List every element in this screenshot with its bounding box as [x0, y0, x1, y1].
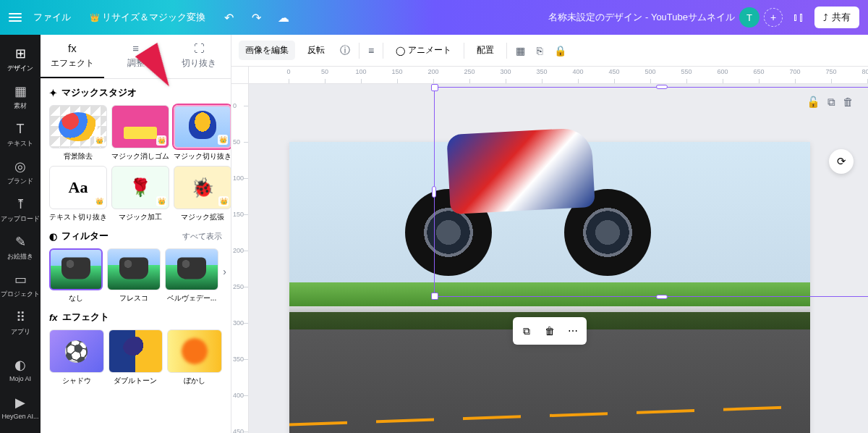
- design-page[interactable]: ⟲ ⧉ 🗑 ⋯: [289, 142, 810, 433]
- magic-tile-3[interactable]: 👑テキスト切り抜き: [49, 166, 107, 222]
- document-title[interactable]: 名称未設定のデザイン - YouTubeサムネイル: [548, 11, 735, 24]
- resize-magic-button[interactable]: リサイズ＆マジック変換: [82, 7, 213, 28]
- duplicate-icon[interactable]: ⧉: [516, 320, 537, 342]
- resize-handle[interactable]: [431, 84, 438, 91]
- crop-icon: ⛶: [194, 42, 205, 54]
- fx-icon: fx: [68, 42, 77, 54]
- crown-badge-icon: 👑: [156, 196, 166, 206]
- user-avatar[interactable]: T: [739, 7, 760, 28]
- cloud-sync-icon[interactable]: ☁: [272, 6, 295, 29]
- rail-item-9[interactable]: ▶HeyGen AI...: [0, 388, 41, 426]
- canvas-area: 画像を編集 反転 ⓘ ≡ ◯アニメート 配置 ▦ ⎘ 🔒 05010015020…: [231, 35, 868, 433]
- lock-icon[interactable]: 🔒: [551, 42, 569, 59]
- section-effects: fxエフェクト: [49, 311, 222, 324]
- floating-toolbar: ⧉ 🗑 ⋯: [513, 317, 587, 345]
- circle-half-icon: ◐: [49, 231, 57, 242]
- effects-panel: fxエフェクト ≡調整 ⛶切り抜き ✦マジックスタジオ 👑背景除去👑マジック消し…: [41, 35, 231, 433]
- magic-tile-0[interactable]: 👑背景除去: [49, 105, 107, 161]
- rail-icon: ◐: [14, 357, 26, 373]
- more-icon[interactable]: ⋯: [562, 320, 584, 342]
- list-icon[interactable]: ≡: [365, 42, 377, 59]
- crown-badge-icon: 👑: [156, 135, 166, 146]
- top-bar: ファイル リサイズ＆マジック変換 ↶ ↷ ☁ 名称未設定のデザイン - YouT…: [0, 0, 868, 35]
- add-member-button[interactable]: +: [764, 8, 783, 27]
- trash-icon[interactable]: 🗑: [539, 320, 561, 342]
- magic-tile-4[interactable]: 👑マジック加工: [111, 166, 169, 222]
- rail-item-0[interactable]: ⊞デザイン: [0, 41, 41, 78]
- rail-item-8[interactable]: ◐Mojo AI: [0, 350, 41, 388]
- share-button[interactable]: ⤴共有: [814, 7, 859, 28]
- resize-handle[interactable]: [432, 186, 436, 198]
- rail-item-1[interactable]: ▦素材: [0, 78, 41, 116]
- rail-icon: ⊞: [15, 46, 26, 62]
- rail-icon: ⠿: [16, 309, 25, 325]
- rail-icon: ◎: [14, 159, 26, 175]
- animate-button[interactable]: ◯アニメート: [389, 41, 458, 60]
- rail-item-7[interactable]: ⠿アプリ: [0, 304, 41, 342]
- fx-tile-1[interactable]: ダブルトーン: [109, 329, 163, 386]
- rail-icon: T: [17, 122, 25, 137]
- edit-image-button[interactable]: 画像を編集: [239, 41, 295, 60]
- analytics-icon[interactable]: ⫾⫿: [787, 6, 810, 29]
- resize-handle[interactable]: [656, 85, 668, 89]
- copy-style-icon[interactable]: ⎘: [534, 42, 545, 59]
- fx-tile-0[interactable]: シャドウ: [49, 329, 104, 386]
- resize-handle[interactable]: [656, 295, 668, 299]
- context-toolbar: 画像を編集 反転 ⓘ ≡ ◯アニメート 配置 ▦ ⎘ 🔒: [231, 35, 868, 67]
- horizontal-ruler: 0501001502002503003504004505005506006507…: [249, 67, 868, 84]
- scroll-right-icon[interactable]: ›: [223, 266, 226, 277]
- rail-item-5[interactable]: ✎お絵描き: [0, 229, 41, 266]
- rail-icon: ▶: [15, 395, 25, 411]
- selection-box[interactable]: ⟲: [434, 87, 868, 297]
- rail-icon: ⤒: [15, 196, 26, 212]
- vertical-ruler: 0501001502002503003504004505005506006507…: [231, 84, 249, 433]
- magic-tile-2[interactable]: 👑マジック切り抜き: [174, 105, 231, 161]
- filter-tile-1[interactable]: フレスコ: [107, 248, 161, 303]
- filter-tile-2[interactable]: ベルヴェデー...: [165, 248, 218, 303]
- crown-badge-icon: 👑: [218, 196, 229, 206]
- rail-item-2[interactable]: Tテキスト: [0, 116, 41, 154]
- magic-tile-1[interactable]: 👑マジック消しゴム: [111, 105, 169, 161]
- crown-badge-icon: 👑: [94, 196, 104, 206]
- crown-badge-icon: 👑: [94, 135, 104, 146]
- flip-button[interactable]: 反転: [301, 41, 331, 60]
- ruler-corner: [231, 67, 249, 84]
- upload-icon: ⤴: [823, 12, 828, 23]
- canvas-stage[interactable]: 🔓 ⧉ 🗑 ⟳ ⟲: [249, 84, 868, 433]
- rail-icon: ▭: [14, 272, 27, 287]
- resize-handle[interactable]: [431, 293, 438, 300]
- crown-badge-icon: 👑: [218, 135, 228, 145]
- file-menu[interactable]: ファイル: [26, 7, 78, 28]
- tab-effects[interactable]: fxエフェクト: [41, 35, 104, 78]
- sliders-icon: ≡: [132, 42, 139, 54]
- rail-item-3[interactable]: ◎ブランド: [0, 154, 41, 191]
- rail-item-4[interactable]: ⤒アップロード: [0, 191, 41, 229]
- see-all-filters[interactable]: すべて表示: [182, 231, 222, 242]
- rail-item-6[interactable]: ▭プロジェクト: [0, 266, 41, 304]
- sparkle-icon: ✦: [49, 88, 57, 98]
- undo-icon[interactable]: ↶: [217, 6, 240, 29]
- hamburger-icon[interactable]: [9, 13, 22, 22]
- play-icon: ◯: [396, 46, 405, 56]
- position-button[interactable]: 配置: [470, 41, 501, 60]
- fx-icon: fx: [49, 312, 58, 323]
- tab-crop[interactable]: ⛶切り抜き: [167, 35, 231, 78]
- transparency-icon[interactable]: ▦: [513, 42, 528, 59]
- redo-icon[interactable]: ↷: [244, 6, 268, 29]
- section-magic-studio: ✦マジックスタジオ: [49, 86, 222, 99]
- magic-tile-5[interactable]: 👑マジック拡張: [174, 166, 231, 222]
- section-filters: ◐フィルターすべて表示: [49, 230, 222, 243]
- rail-icon: ✎: [15, 234, 26, 250]
- filter-tile-0[interactable]: なし: [49, 248, 103, 303]
- side-rail: ⊞デザイン▦素材Tテキスト◎ブランド⤒アップロード✎お絵描き▭プロジェクト⠿アプ…: [0, 35, 41, 433]
- fx-tile-2[interactable]: ぼかし: [167, 329, 222, 386]
- info-icon[interactable]: ⓘ: [337, 41, 353, 60]
- rail-icon: ▦: [14, 83, 27, 99]
